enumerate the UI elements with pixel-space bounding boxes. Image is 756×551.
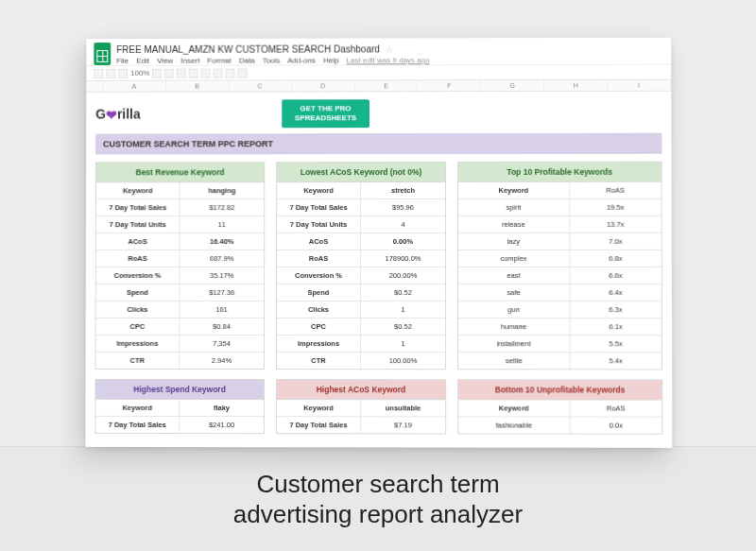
list-item: east6.6x: [458, 267, 662, 284]
cell-key: Clicks: [96, 301, 180, 318]
panel-lowest-acos: Lowest ACoS Keyword (not 0%) Keywordstre…: [276, 162, 446, 370]
cell-key: 7 Day Total Units: [277, 216, 361, 232]
toolbar-button[interactable]: [118, 68, 128, 77]
toolbar-button[interactable]: [152, 68, 162, 77]
cell-key: lazy: [458, 233, 570, 250]
toolbar-button[interactable]: [201, 68, 211, 77]
cell-value: 7,354: [180, 336, 264, 352]
table-row: 7 Day Total Units4: [277, 216, 445, 233]
toolbar-button[interactable]: [189, 68, 198, 77]
table-row: Clicks161: [96, 301, 264, 319]
toolbar-button[interactable]: [177, 68, 186, 77]
col-header[interactable]: F: [418, 80, 481, 91]
list-item: release13.7x: [458, 216, 662, 233]
cell-key: 7 Day Total Units: [96, 216, 180, 232]
cell-key: humane: [458, 319, 570, 335]
sheet-canvas[interactable]: G❤rilla GET THE PROSPREADSHEETS CUSTOMER…: [85, 92, 672, 448]
cell-key: installment: [458, 336, 570, 352]
cell-key: fashionable: [458, 417, 570, 433]
cell-value: $0.84: [180, 319, 264, 335]
cell-value: 7.0x: [570, 233, 662, 250]
panel-header: Lowest ACoS Keyword (not 0%): [277, 163, 445, 182]
cell-value: 16.40%: [180, 233, 264, 250]
toolbar-zoom[interactable]: 100%: [130, 69, 149, 77]
table-row: 7 Day Total Units11: [96, 216, 264, 233]
list-item: settle5.4x: [458, 353, 662, 369]
table-row: ACoS0.00%: [277, 233, 445, 250]
menu-addons[interactable]: Add-ons: [287, 57, 316, 65]
toolbar-button[interactable]: [214, 68, 223, 77]
document-title[interactable]: FREE MANUAL_AMZN KW CUSTOMER SEARCH Dash…: [116, 43, 380, 55]
cell-value: 11: [180, 216, 264, 232]
menu-file[interactable]: File: [116, 57, 129, 65]
last-edit-info[interactable]: Last edit was 9 days ago: [347, 56, 430, 64]
titlebar: FREE MANUAL_AMZN KW CUSTOMER SEARCH Dash…: [86, 38, 671, 66]
menu-edit[interactable]: Edit: [136, 57, 149, 65]
cell-key: ACoS: [96, 233, 180, 250]
cell-key: spirit: [458, 199, 570, 215]
cell-value: 2.94%: [180, 353, 264, 369]
toolbar: 100%: [86, 65, 671, 81]
menu-view[interactable]: View: [157, 57, 173, 65]
table-row: Spend$0.52: [277, 284, 445, 301]
cell-key: Impressions: [277, 336, 361, 352]
col-header[interactable]: E: [355, 80, 419, 91]
table-row: Conversion %35.17%: [96, 267, 264, 284]
cell-value: 0.0x: [570, 418, 662, 434]
cell-value: $241.00: [180, 417, 264, 433]
get-pro-button[interactable]: GET THE PROSPREADSHEETS: [282, 99, 369, 128]
cell-value: $7.19: [361, 417, 445, 433]
toolbar-button[interactable]: [226, 68, 235, 77]
cell-key: gun: [458, 301, 570, 318]
cell-value: hanging: [180, 182, 265, 198]
list-item: installment5.5x: [458, 336, 662, 353]
star-icon[interactable]: ☆: [386, 44, 393, 54]
col-header[interactable]: C: [229, 80, 292, 91]
menu-help[interactable]: Help: [323, 56, 338, 64]
col-header[interactable]: B: [166, 81, 230, 92]
cell-value: $127.36: [180, 284, 264, 301]
list-item: gun6.3x: [458, 301, 662, 319]
table-row: Clicks1: [277, 301, 445, 319]
toolbar-button[interactable]: [106, 68, 115, 77]
caption-line-2: advertising report analyzer: [0, 499, 756, 529]
list-item: humane6.1x: [458, 319, 662, 336]
table-row: Keywordflaky: [95, 400, 264, 417]
cell-value: 5.4x: [570, 353, 662, 369]
menu-insert[interactable]: Insert: [180, 57, 199, 65]
table-header: Keyword RoAS: [458, 182, 662, 199]
cell-key: RoAS: [277, 250, 361, 267]
table-row: RoAS178900.0%: [277, 250, 445, 267]
table-row: Keywordunsuitable: [277, 400, 445, 417]
cell-key: safe: [458, 284, 570, 301]
cell-value: 100.00%: [361, 353, 445, 369]
table-row: CTR2.94%: [95, 353, 264, 369]
toolbar-button[interactable]: [94, 68, 103, 77]
menu-bar: File Edit View Insert Format Data Tools …: [116, 56, 435, 65]
menu-tools[interactable]: Tools: [263, 57, 281, 65]
list-item: safe6.4x: [458, 284, 662, 301]
spreadsheet-window: FREE MANUAL_AMZN KW CUSTOMER SEARCH Dash…: [85, 38, 672, 448]
col-header[interactable]: I: [608, 80, 671, 91]
cell-key: 7 Day Total Sales: [277, 199, 361, 215]
toolbar-button[interactable]: [164, 68, 174, 77]
panel-best-revenue: Best Revenue Keyword Keywordhanging7 Day…: [94, 162, 265, 370]
toolbar-button[interactable]: [238, 68, 248, 77]
cell-value: 6.4x: [570, 284, 662, 301]
menu-data[interactable]: Data: [239, 57, 255, 65]
col-header[interactable]: G: [481, 80, 544, 91]
cell-value: 6.8x: [570, 250, 662, 267]
cell-key: CTR: [277, 353, 361, 369]
col-header[interactable]: H: [544, 80, 608, 91]
cell-key: 7 Day Total Sales: [277, 417, 361, 433]
panel-top10: Top 10 Profitable Keywords Keyword RoAS …: [457, 162, 662, 370]
menu-format[interactable]: Format: [207, 57, 231, 65]
table-row: Keywordhanging: [96, 182, 264, 199]
col-header[interactable]: D: [292, 80, 355, 91]
table-row: Keywordstretch: [277, 182, 445, 199]
cell-key: Clicks: [277, 301, 361, 318]
brand-logo: G❤rilla: [95, 107, 141, 122]
cell-key: CPC: [277, 319, 361, 335]
col-header[interactable]: A: [103, 81, 166, 92]
cell-value: 200.00%: [361, 267, 445, 284]
